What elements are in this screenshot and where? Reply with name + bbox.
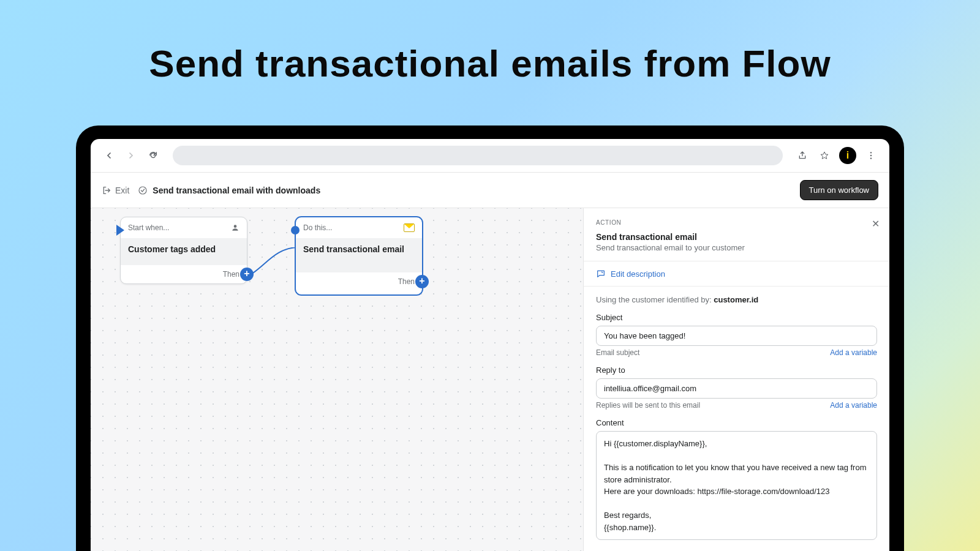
app-header: Exit Send transactional email with downl… [91, 173, 889, 208]
svg-point-2 [870, 157, 872, 159]
node-header: Start when... [121, 217, 247, 238]
screen: i Exit Send transactional email with dow… [91, 139, 889, 551]
subject-input[interactable] [596, 326, 877, 346]
reply-to-label: Reply to [596, 365, 877, 375]
subject-label: Subject [596, 313, 877, 322]
turn-on-workflow-button[interactable]: Turn on workflow [800, 180, 879, 200]
reload-icon[interactable] [146, 148, 160, 163]
panel-subtitle: Send transactional email to your custome… [596, 243, 877, 252]
content-label: Content [596, 418, 877, 427]
node-footer: Then + [296, 272, 422, 291]
address-bar[interactable] [173, 146, 783, 165]
forward-icon[interactable] [124, 148, 138, 163]
close-icon[interactable]: ✕ [872, 218, 880, 230]
identified-by: Using the customer identified by: custom… [596, 295, 877, 304]
user-icon [231, 223, 239, 232]
content-area: Start when... Customer tags added Then + [91, 208, 889, 551]
menu-dots-icon[interactable] [864, 148, 878, 163]
add-variable-link[interactable]: Add a variable [830, 348, 877, 357]
reply-to-input[interactable] [596, 378, 877, 399]
content-textarea[interactable]: Hi {{customer.displayName}}, This is a n… [596, 431, 877, 540]
exit-label: Exit [115, 186, 129, 195]
subject-help: Email subject [596, 348, 639, 357]
add-step-button[interactable]: + [415, 275, 429, 288]
hero-title: Send transactional emails from Flow [0, 0, 980, 85]
share-icon[interactable] [795, 148, 810, 163]
add-variable-link[interactable]: Add a variable [830, 401, 877, 410]
browser-toolbar: i [91, 139, 889, 173]
profile-avatar[interactable]: i [839, 147, 856, 164]
flow-canvas[interactable]: Start when... Customer tags added Then + [91, 208, 583, 551]
panel-title: Send transactional email [596, 232, 877, 242]
workflow-title: Send transactional email with downloads [138, 186, 320, 195]
svg-point-3 [139, 187, 146, 194]
star-icon[interactable] [817, 148, 832, 163]
mail-icon [404, 223, 415, 232]
exit-button[interactable]: Exit [102, 186, 129, 195]
svg-point-0 [870, 152, 872, 153]
edit-description-button[interactable]: Edit description [584, 261, 889, 287]
add-step-button[interactable]: + [240, 268, 254, 281]
node-title: Send transactional email [296, 238, 422, 272]
node-input-port [291, 226, 300, 234]
chat-icon [596, 269, 606, 279]
node-title: Customer tags added [121, 238, 247, 265]
action-panel: ACTION ✕ Send transactional email Send t… [583, 208, 889, 551]
trigger-port-icon [116, 225, 124, 236]
device-frame: i Exit Send transactional email with dow… [76, 126, 904, 551]
back-icon[interactable] [102, 148, 116, 163]
node-header: Do this... [296, 217, 422, 238]
panel-header: ACTION ✕ Send transactional email Send t… [584, 208, 889, 261]
svg-point-1 [870, 155, 872, 156]
trigger-node[interactable]: Start when... Customer tags added Then + [120, 217, 247, 284]
svg-point-4 [234, 225, 237, 228]
node-footer: Then + [121, 265, 247, 283]
action-node[interactable]: Do this... Send transactional email Then… [295, 217, 423, 295]
panel-body: Using the customer identified by: custom… [584, 287, 889, 540]
panel-section-label: ACTION [596, 219, 877, 226]
reply-to-help: Replies will be sent to this email [596, 401, 700, 410]
